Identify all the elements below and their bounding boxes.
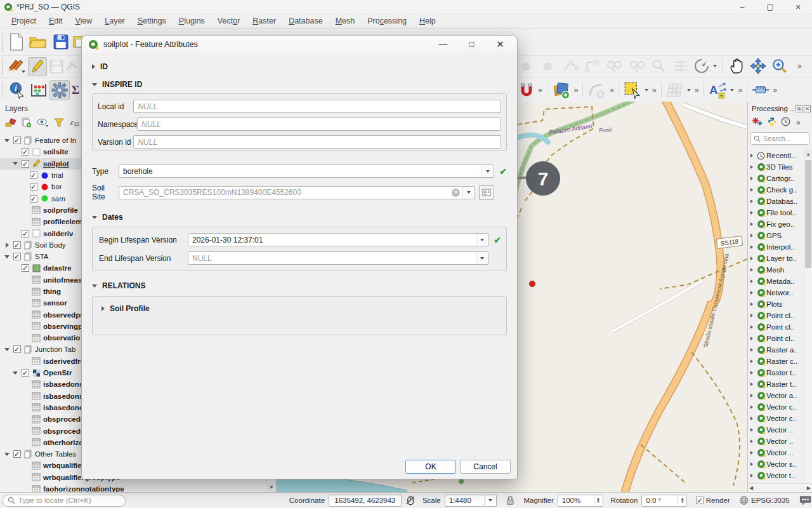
close-button[interactable]: × [784,0,812,14]
expand-right-icon[interactable] [750,199,753,203]
dialog-minimize-button[interactable]: — [429,36,457,53]
processing-group[interactable]: Recentl.. [748,150,804,161]
filter-legend-icon[interactable] [54,117,64,128]
expand-right-icon[interactable] [750,314,753,318]
end-lifespan-combobox[interactable]: NULL [188,251,488,265]
expand-right-icon[interactable] [750,268,753,272]
expand-right-icon[interactable] [750,234,753,237]
expand-right-icon[interactable] [750,188,753,192]
float-panel-icon[interactable]: ⧉ [796,105,802,112]
expand-right-icon[interactable] [750,371,753,375]
section-inspire-id[interactable]: INSPIRE ID [92,80,507,89]
layer-checkbox[interactable]: ✓ [13,137,21,144]
open-related-form-button[interactable] [479,185,494,200]
labeling-dropdown-icon[interactable] [730,89,734,91]
processing-group[interactable]: Check g.. [748,184,804,196]
menu-help[interactable]: Help [413,15,442,27]
add-group-icon[interactable] [21,117,32,128]
scale-dropdown-button[interactable] [485,495,497,507]
mouse-position-icon[interactable] [405,495,416,506]
render-checkbox[interactable]: ✓ [696,497,704,504]
processing-group[interactable]: Vector t.. [748,470,804,481]
identify-features-button[interactable]: i [6,80,28,100]
processing-search-input[interactable]: Search... [750,132,809,145]
locate-input[interactable]: Type to locate (Ctrl+K) [3,495,126,507]
expand-down-icon[interactable] [4,255,10,258]
processing-hscroll[interactable]: ◀▶ [748,483,812,492]
align-features-icon[interactable] [673,58,690,74]
begin-lifespan-combobox[interactable]: 2026-01-30 12:37:01 [188,233,488,246]
azimuth-tool-button[interactable] [692,57,711,76]
processing-group[interactable]: Metada.. [748,276,804,287]
model-designer-icon[interactable] [752,117,763,128]
layer-labeling-button[interactable]: A [707,80,728,100]
table-overflow-icon[interactable]: » [693,86,700,95]
expand-right-icon[interactable] [750,439,753,443]
processing-group[interactable]: Vector .. [748,436,804,447]
open-project-button[interactable] [27,31,49,53]
ok-button[interactable]: OK [405,460,456,474]
snapping-magnet-button[interactable] [517,81,536,100]
scissors-icon[interactable] [629,58,646,74]
soil-site-combobox[interactable]: CRSA_SO_CRS3035RES100mN1389400E4552600 ✕ [119,186,475,199]
layer-checkbox[interactable]: ✓ [22,160,29,168]
type-combobox[interactable]: borehole [119,164,494,178]
version-id-input[interactable] [133,135,501,149]
expand-down-icon[interactable] [13,162,18,165]
move-feature-icon[interactable] [520,59,536,73]
history-clock-icon[interactable] [781,117,790,128]
expand-right-icon[interactable] [750,348,753,352]
circular-string-button[interactable] [586,80,608,100]
scale-combobox[interactable]: 1:4480 [445,495,485,507]
menu-layer[interactable]: Layer [98,15,131,27]
processing-group[interactable]: Raster c.. [748,356,804,367]
coordinate-input[interactable]: 1635492, 4623943 [329,495,401,507]
section-relations[interactable]: RELATIONS [92,281,507,290]
expand-right-icon[interactable] [750,211,753,215]
soil-profile-relation[interactable]: Soil Profile [102,304,506,313]
processing-group[interactable]: Plots [748,298,804,310]
expand-right-icon[interactable] [750,222,753,226]
processing-group[interactable]: Vector a.. [748,390,804,401]
expand-right-icon[interactable] [750,428,753,432]
section-dates[interactable]: Dates [92,213,507,222]
table-dropdown-icon[interactable] [687,89,691,91]
dialog-titlebar[interactable]: soilplot - Feature Attributes — □ ✕ [82,36,517,53]
menu-settings[interactable]: Settings [131,15,173,27]
processing-group[interactable]: Fix geo.. [748,218,804,230]
select-dropdown-icon[interactable] [645,89,648,91]
select-overflow-icon[interactable]: » [650,86,658,95]
processing-vscroll[interactable]: ▲ [804,150,812,483]
crs-value[interactable]: EPSG:3035 [751,497,790,504]
expand-right-icon[interactable] [750,291,753,295]
cancel-button[interactable]: Cancel [460,460,511,474]
layer-checkbox[interactable]: ✓ [22,148,29,156]
expand-right-icon[interactable] [750,165,753,169]
toggle-editing-button[interactable] [28,57,47,76]
expand-right-icon[interactable] [750,417,753,420]
spin-arrows-icon[interactable]: ▲▼ [594,495,603,506]
processing-group[interactable]: Cartogr.. [748,173,804,184]
measure-overflow-icon[interactable]: » [771,86,778,95]
processing-group[interactable]: Vector .. [748,424,804,436]
expand-down-icon[interactable] [4,139,10,142]
menu-plugins[interactable]: Plugins [173,15,211,27]
processing-group[interactable]: Raster t.. [748,378,804,390]
vertex-tool-button[interactable] [66,57,77,76]
layer-checkbox[interactable]: ✓ [13,345,21,353]
reshape-icon[interactable] [606,58,624,74]
expand-right-icon[interactable] [750,474,753,478]
open-attribute-table-button[interactable] [665,80,685,100]
lock-scale-icon[interactable] [506,495,515,505]
layer-checkbox[interactable]: ✓ [22,369,29,377]
menu-raster[interactable]: Raster [246,15,282,27]
expand-down-icon[interactable] [13,371,18,375]
layer-checkbox[interactable]: ✓ [22,230,29,237]
processing-group[interactable]: File tool.. [748,207,804,218]
menu-mesh[interactable]: Mesh [329,15,362,27]
split-feature-icon[interactable] [541,59,558,73]
new-project-button[interactable] [6,31,27,53]
expand-right-icon[interactable] [750,325,753,329]
python-console-icon[interactable] [767,117,777,128]
expand-right-icon[interactable] [750,245,753,249]
